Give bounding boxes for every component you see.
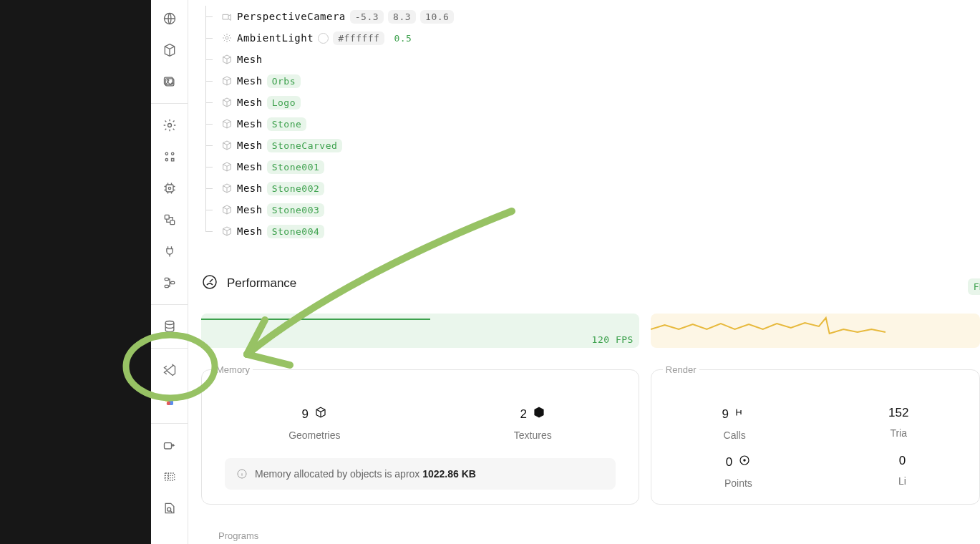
memory-note: Memory allocated by objects is aprox 102… — [225, 458, 616, 490]
tree-node[interactable]: MeshStone001 — [201, 156, 980, 178]
fps-value-label: 120 FPS — [592, 334, 634, 345]
share-icon[interactable] — [157, 432, 183, 458]
tree-node-name: Mesh — [237, 97, 263, 108]
tree-node[interactable]: MeshStone003 — [201, 199, 980, 220]
tree-badge: StoneCarved — [267, 139, 343, 152]
svg-rect-18 — [166, 402, 170, 405]
cube-icon — [314, 406, 327, 422]
flow-icon[interactable] — [157, 270, 183, 296]
svg-point-22 — [225, 37, 228, 39]
tree-node[interactable]: MeshStone002 — [201, 178, 980, 199]
svg-point-5 — [165, 152, 168, 155]
svg-point-15 — [165, 321, 174, 325]
tree-node[interactable]: MeshStone — [201, 113, 980, 135]
tree-node-name: PerspectiveCamera — [237, 11, 346, 22]
cube-icon — [221, 118, 233, 130]
stat-triangles: 152 Tria — [888, 406, 908, 441]
tree-node-name: Mesh — [237, 140, 263, 151]
transform-icon[interactable] — [157, 207, 183, 233]
tree-node-name: AmbientLight — [237, 32, 314, 44]
points-icon — [738, 454, 751, 470]
svg-point-26 — [744, 460, 745, 461]
colorful-app-icon[interactable] — [157, 389, 183, 414]
tree-badge: Orbs — [267, 74, 301, 88]
cube-icon — [221, 225, 233, 237]
table-icon[interactable] — [157, 464, 183, 490]
tree-node-name: Mesh — [237, 225, 263, 237]
light-icon — [221, 32, 233, 44]
tree-badge: Stone001 — [267, 160, 325, 174]
tree-node-name: Mesh — [237, 161, 263, 173]
tree-badge: 8.3 — [388, 10, 416, 24]
programs-label: Programs — [201, 530, 980, 541]
tree-node-name: Mesh — [237, 183, 263, 194]
tree-node-name: Mesh — [237, 204, 263, 215]
tree-badge: Stone — [267, 117, 307, 131]
gear-icon[interactable] — [157, 112, 183, 138]
tree-node[interactable]: MeshOrbs — [201, 70, 980, 92]
search-doc-icon[interactable] — [157, 495, 183, 521]
memory-panel-label: Memory — [213, 364, 253, 375]
box3d-icon[interactable] — [157, 37, 183, 63]
cube-icon — [221, 204, 233, 215]
stat-calls: 9 Calls — [722, 406, 747, 441]
database-icon[interactable] — [157, 314, 183, 339]
svg-point-7 — [165, 159, 168, 161]
main-panel: PerspectiveCamera-5.38.310.6AmbientLight… — [188, 0, 980, 544]
tree-node[interactable]: MeshStone004 — [201, 220, 980, 242]
svg-rect-8 — [166, 185, 173, 192]
plug-icon[interactable] — [157, 238, 183, 264]
svg-point-3 — [167, 79, 169, 82]
tree-node[interactable]: Mesh — [201, 49, 980, 70]
tree-node-name: Mesh — [237, 75, 263, 87]
ms-graph — [651, 314, 980, 348]
svg-rect-11 — [170, 220, 174, 225]
performance-section-header: Performance FPS: — [201, 273, 980, 293]
tree-badge: Stone002 — [267, 182, 325, 195]
svg-rect-14 — [165, 285, 168, 287]
cube-icon — [221, 183, 233, 194]
cube-icon — [221, 75, 233, 87]
svg-rect-10 — [165, 215, 169, 219]
tree-badge: 10.6 — [420, 10, 454, 24]
render-panel: Render 9 Calls 152 Tria 0 — [651, 369, 980, 505]
fps-graph: 120 FPS — [201, 314, 639, 348]
vertical-sidebar — [151, 0, 188, 544]
tree-node[interactable]: MeshLogo — [201, 92, 980, 113]
cube-icon — [221, 54, 233, 65]
svg-point-6 — [171, 152, 173, 155]
editor-dark-panel — [0, 0, 151, 544]
tree-node[interactable]: MeshStoneCarved — [201, 135, 980, 156]
scene-tree: PerspectiveCamera-5.38.310.6AmbientLight… — [201, 0, 980, 242]
vscode-icon[interactable] — [157, 357, 183, 383]
stat-lines: 0 Li — [898, 454, 906, 489]
images-icon[interactable] — [157, 69, 183, 94]
cube-solid-icon — [533, 406, 545, 422]
stat-points: 0 Points — [724, 454, 752, 489]
chip-icon[interactable] — [157, 175, 183, 201]
cube-icon — [221, 140, 233, 151]
svg-rect-20 — [165, 473, 174, 480]
stat-textures: 2 Textures — [514, 406, 552, 441]
svg-rect-19 — [164, 443, 171, 449]
tree-badge: Stone004 — [267, 225, 325, 238]
tree-badge: Stone003 — [267, 203, 325, 217]
render-panel-label: Render — [663, 364, 699, 375]
tree-node-name: Mesh — [237, 118, 263, 130]
color-swatch — [318, 33, 329, 44]
tree-node[interactable]: PerspectiveCamera-5.38.310.6 — [201, 6, 980, 27]
svg-point-4 — [168, 124, 171, 127]
tree-badge: #ffffff — [333, 31, 384, 45]
svg-point-9 — [168, 187, 170, 189]
memory-panel: Memory 9 Geometries 2 Textures — [201, 369, 639, 505]
cube-icon — [221, 161, 233, 173]
web-icon[interactable] — [157, 6, 183, 31]
tree-badge: -5.3 — [350, 10, 384, 24]
tree-node-name: Mesh — [237, 54, 263, 65]
fps-top-pill: FPS: — [968, 278, 980, 295]
camera-icon — [221, 11, 233, 22]
svg-rect-13 — [170, 281, 174, 283]
toggles-icon[interactable] — [157, 144, 183, 170]
tree-node[interactable]: AmbientLight#ffffff0.5 — [201, 27, 980, 49]
cube-icon — [221, 97, 233, 108]
